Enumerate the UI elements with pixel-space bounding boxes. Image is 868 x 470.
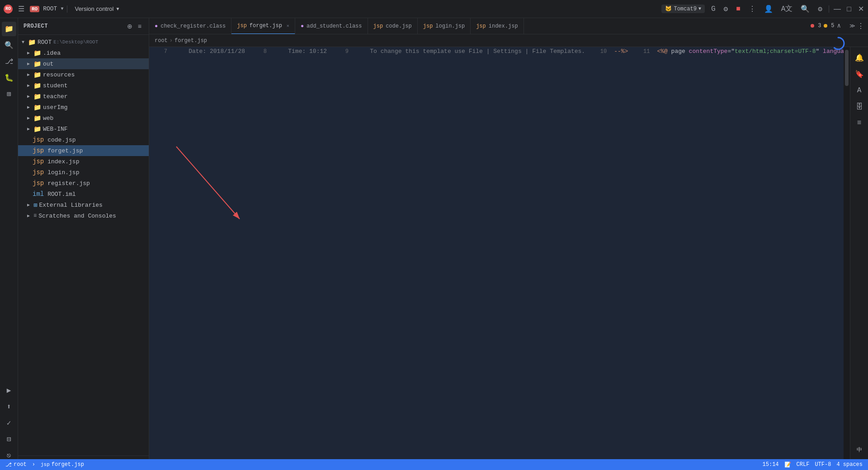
tab-add-student[interactable]: ● add_student.class <box>295 18 368 34</box>
line-code-8: Time: 10:12 <box>270 47 330 56</box>
tab-forget-jsp-label: forget.jsp <box>250 23 282 29</box>
tomcat-badge[interactable]: 🐱 Tomcat9 ▼ <box>661 5 704 13</box>
line-code-11: <%@ page contentType="text/html;charset=… <box>653 47 844 56</box>
web-arrow: ▶ <box>27 115 33 121</box>
settings-icon[interactable]: ⚙ <box>722 3 730 15</box>
translate-icon[interactable]: A文 <box>779 2 795 15</box>
error-dot <box>811 24 814 28</box>
tab-login-label: login.jsp <box>435 23 465 29</box>
sidebar-item-login-jsp[interactable]: jsp login.jsp <box>18 167 149 178</box>
right-panel-db[interactable]: 🗄 <box>852 100 867 114</box>
sidebar-item-forget-jsp[interactable]: jsp forget.jsp <box>18 145 149 156</box>
sb-branch[interactable]: ⎇root <box>5 461 27 468</box>
activity-plugins-icon[interactable]: ⊞ <box>2 87 16 101</box>
close-button[interactable]: ✕ <box>857 5 864 13</box>
activity-folder-icon[interactable]: 📁 <box>2 22 16 36</box>
teacher-arrow: ▶ <box>27 94 33 99</box>
user-icon[interactable]: 👤 <box>762 3 775 15</box>
sb-line-ending[interactable]: CRLF <box>797 461 810 468</box>
sidebar-item-code-jsp[interactable]: jsp code.jsp <box>18 134 149 145</box>
right-panel-bookmarks[interactable]: 🔖 <box>852 67 867 81</box>
sb-indent[interactable]: 4 spaces <box>836 461 863 468</box>
project-badge: RO <box>30 6 39 12</box>
notifications-expand[interactable]: ∧ <box>837 22 841 29</box>
out-label: out <box>43 61 53 67</box>
breadcrumb-root[interactable]: root <box>155 38 168 44</box>
activity-vcs-icon[interactable]: ⎇ <box>2 54 16 69</box>
out-folder-icon: 📁 <box>33 60 41 68</box>
gear-icon[interactable]: ⚙ <box>816 3 824 15</box>
right-panel-notifications[interactable]: 🔔 <box>852 51 867 65</box>
root-label: ROOT <box>38 39 52 46</box>
sidebar-item-idea[interactable]: ▶ 📁 .idea <box>18 47 149 58</box>
sidebar-action-btn[interactable]: ⊕ <box>125 22 134 31</box>
sidebar-item-webinf[interactable]: ▶ 📁 WEB-INF <box>18 123 149 134</box>
more-icon[interactable]: ⋮ <box>747 3 758 15</box>
sidebar-item-resources[interactable]: ▶ 📁 resources <box>18 69 149 80</box>
activity-search-icon[interactable]: 🔍 <box>2 38 16 52</box>
activity-deploy-icon[interactable]: ⬆ <box>2 399 16 414</box>
project-name: ROOT <box>43 5 57 12</box>
right-panel-font[interactable]: A <box>852 83 867 98</box>
search-icon[interactable]: 🔍 <box>799 3 811 15</box>
sidebar-item-out[interactable]: ▶ 📁 out <box>18 58 149 69</box>
sb-file: jsp forget.jsp <box>41 461 84 468</box>
tomcat-icon: 🐱 <box>665 5 672 12</box>
tab-more-icon[interactable]: ⋮ <box>857 22 864 31</box>
tab-overflow-icon[interactable]: ≫ <box>849 23 855 29</box>
activity-commit-icon[interactable]: ✓ <box>2 416 16 430</box>
editor-area: 7 Date: 2018/11/28 8 Time: 10:12 9 To ch… <box>149 47 868 459</box>
tab-index-jsp[interactable]: jsp index.jsp <box>471 18 524 34</box>
sidebar-item-web[interactable]: ▶ 📁 web <box>18 113 149 123</box>
tab-login-jsp[interactable]: jsp login.jsp <box>418 18 471 34</box>
tab-bar-tabs: ● check_register.class jsp forget.jsp ✕ … <box>149 18 846 34</box>
sidebar-item-ext-libs[interactable]: ▶ ⊞ External Libraries <box>18 199 149 210</box>
breadcrumb-file[interactable]: forget.jsp <box>175 38 207 44</box>
minimize-button[interactable]: — <box>834 5 841 13</box>
login-jsp-label: login.jsp <box>47 169 79 176</box>
right-panel-lines[interactable]: ≡ <box>852 116 867 130</box>
activity-run-icon[interactable]: ▶ <box>2 383 16 398</box>
code-jsp-icon: jsp <box>33 136 44 143</box>
code-jsp-label: code.jsp <box>47 137 75 143</box>
webinf-label: WEB-INF <box>43 126 68 133</box>
line-8: 8 Time: 10:12 <box>249 47 330 56</box>
tab-close-icon[interactable]: ✕ <box>287 23 289 28</box>
tab-forget-jsp[interactable]: jsp forget.jsp ✕ <box>231 18 295 34</box>
tree-root[interactable]: ▼ 📁 ROOT E:\Desktop\ROOT <box>18 37 149 47</box>
sidebar-item-index-jsp[interactable]: jsp index.jsp <box>18 156 149 167</box>
tab-code-icon: jsp <box>373 23 383 29</box>
webinf-arrow: ▶ <box>27 126 33 132</box>
sb-encoding[interactable]: UTF-8 <box>815 461 831 468</box>
editor-scrollbar[interactable] <box>844 47 850 459</box>
sb-position[interactable]: 15:14 <box>763 461 779 468</box>
sidebar-item-teacher[interactable]: ▶ 📁 teacher <box>18 91 149 102</box>
title-bar-right: 🐱 Tomcat9 ▼ G ⚙ ■ ⋮ 👤 A文 🔍 ⚙ — □ ✕ <box>661 2 864 15</box>
project-dropdown-icon[interactable]: ▼ <box>61 6 63 11</box>
right-panel-lang[interactable]: 中 <box>855 444 864 456</box>
tab-code-jsp[interactable]: jsp code.jsp <box>368 18 418 34</box>
sidebar-collapse-btn[interactable]: ≡ <box>136 22 143 31</box>
vcs-button[interactable]: Version control ▼ <box>71 4 123 14</box>
sidebar-item-scratches[interactable]: ▶ ≡ Scratches and Consoles <box>18 210 149 221</box>
copilot-icon[interactable]: G <box>709 3 717 15</box>
editor-wrapper[interactable]: 7 Date: 2018/11/28 8 Time: 10:12 9 To ch… <box>149 47 844 459</box>
sidebar-item-student[interactable]: ▶ 📁 student <box>18 80 149 91</box>
stop-icon[interactable]: ■ <box>734 3 742 15</box>
root-iml-icon: iml <box>33 190 44 198</box>
activity-terminal-icon[interactable]: ⊟ <box>2 432 16 446</box>
maximize-button[interactable]: □ <box>845 5 853 13</box>
sidebar-item-root-iml[interactable]: iml ROOT.iml <box>18 189 149 199</box>
userimg-folder-icon: 📁 <box>33 104 41 111</box>
sidebar-item-register-jsp[interactable]: jsp register.jsp <box>18 178 149 189</box>
line-num-9: 9 <box>330 47 352 56</box>
userimg-label: userImg <box>43 104 68 111</box>
line-num-11: 11 <box>632 47 653 56</box>
title-bar-left: RO ☰ RO ROOT ▼ Version control ▼ <box>4 3 123 15</box>
tab-check-register[interactable]: ● check_register.class <box>149 18 231 34</box>
activity-debug-icon[interactable]: 🐛 <box>2 71 16 85</box>
line-9: 9 To change this template use File | Set… <box>330 47 589 56</box>
menu-icon[interactable]: ☰ <box>16 3 26 15</box>
line-11: 11 <%@ page contentType="text/html;chars… <box>632 47 844 56</box>
sidebar-item-userimg[interactable]: ▶ 📁 userImg <box>18 102 149 113</box>
